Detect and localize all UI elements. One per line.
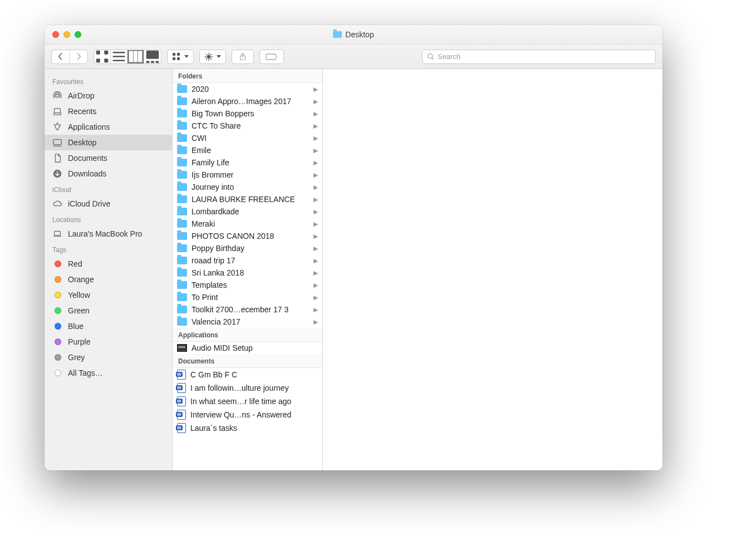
column-view-button[interactable]	[127, 50, 144, 63]
sidebar-item-grey[interactable]: Grey	[45, 350, 172, 365]
minimize-window-button[interactable]	[63, 31, 70, 38]
folder-item[interactable]: LAURA BURKE FREELANCE▶	[173, 193, 322, 205]
sidebar-item-recents[interactable]: Recents	[45, 104, 172, 119]
recents-icon	[52, 106, 62, 116]
doc-item[interactable]: I am followin…ulture journey	[173, 381, 322, 395]
sidebar-item-all-tags-[interactable]: All Tags…	[45, 365, 172, 381]
search-field[interactable]	[422, 50, 656, 64]
share-button[interactable]	[232, 50, 254, 64]
folder-icon	[177, 306, 187, 313]
folder-item[interactable]: Journey into▶	[173, 181, 322, 193]
sidebar-item-applications[interactable]: Applications	[45, 119, 172, 135]
folder-icon	[177, 159, 187, 166]
doc-icon	[177, 396, 186, 406]
column-group-heading: Documents	[173, 354, 322, 368]
folder-icon	[177, 244, 187, 252]
sidebar-item-label: Laura's MacBook Pro	[68, 229, 142, 238]
doc-item[interactable]: Laura´s tasks	[173, 421, 322, 435]
sidebar-item-yellow[interactable]: Yellow	[45, 287, 172, 303]
svg-line-25	[206, 58, 207, 60]
toolbar	[45, 45, 662, 69]
close-window-button[interactable]	[52, 31, 59, 38]
sidebar-item-laura-s-macbook-pro[interactable]: Laura's MacBook Pro	[45, 226, 172, 242]
item-label: Meraki	[192, 219, 309, 228]
sidebar-item-blue[interactable]: Blue	[45, 318, 172, 334]
icloud-icon	[52, 199, 62, 209]
sidebar-item-purple[interactable]: Purple	[45, 334, 172, 350]
doc-item[interactable]: C Gm Bb F C	[173, 368, 322, 381]
item-label: Audio MIDI Setup	[192, 343, 318, 352]
search-input[interactable]	[438, 52, 651, 61]
window-title: Desktop	[333, 30, 374, 39]
forward-button[interactable]	[70, 50, 87, 63]
item-label: In what seem…r life time ago	[190, 397, 318, 406]
sidebar-item-icloud-drive[interactable]: iCloud Drive	[45, 196, 172, 212]
chevron-right-icon: ▶	[313, 257, 318, 264]
fullscreen-window-button[interactable]	[75, 31, 81, 38]
item-label: Family Life	[192, 158, 309, 167]
sidebar-item-green[interactable]: Green	[45, 303, 172, 318]
item-label: I am followin…ulture journey	[190, 384, 318, 392]
folder-item[interactable]: To Print▶	[173, 291, 322, 303]
folder-item[interactable]: 2020▶	[173, 83, 322, 95]
doc-item[interactable]: Interview Qu…ns - Answered	[173, 408, 322, 421]
doc-item[interactable]: In what seem…r life time ago	[173, 395, 322, 408]
traffic-lights	[52, 31, 81, 38]
svg-rect-11	[146, 61, 150, 63]
column-group-heading: Folders	[173, 69, 322, 83]
folder-item[interactable]: roaad trip 17▶	[173, 254, 322, 267]
sidebar: FavouritesAirDropRecentsApplicationsDesk…	[45, 69, 173, 470]
svg-rect-3	[104, 58, 108, 62]
item-label: CTC To Share	[192, 121, 309, 130]
nav-buttons	[51, 50, 88, 64]
chevron-right-icon: ▶	[313, 159, 318, 166]
folder-item[interactable]: Sri Lanka 2018▶	[173, 267, 322, 279]
item-label: PHOTOS CANON 2018	[192, 232, 309, 240]
icon-view-button[interactable]	[94, 50, 111, 63]
gallery-view-button[interactable]	[144, 50, 161, 63]
sidebar-item-red[interactable]: Red	[45, 256, 172, 272]
svg-point-31	[56, 94, 58, 97]
svg-rect-1	[104, 51, 108, 55]
sidebar-item-documents[interactable]: Documents	[45, 150, 172, 166]
sidebar-item-orange[interactable]: Orange	[45, 272, 172, 287]
list-view-button[interactable]	[111, 50, 127, 63]
folder-item[interactable]: PHOTOS CANON 2018▶	[173, 230, 322, 242]
folder-item[interactable]: Valencia 2017▶	[173, 316, 322, 328]
sidebar-heading: Tags	[45, 242, 172, 256]
column-0: Folders2020▶Aileron Appro…Images 2017▶Bi…	[173, 69, 323, 470]
item-label: Toolkit 2700…ecember 17 3	[192, 305, 309, 314]
tags-button[interactable]	[259, 50, 284, 64]
folder-icon	[177, 122, 187, 130]
folder-icon	[333, 31, 342, 38]
view-mode-buttons	[94, 50, 161, 64]
applications-icon	[52, 122, 62, 132]
folder-item[interactable]: CTC To Share▶	[173, 120, 322, 132]
folder-item[interactable]: CWI▶	[173, 132, 322, 144]
sidebar-item-downloads[interactable]: Downloads	[45, 166, 172, 181]
sidebar-item-airdrop[interactable]: AirDrop	[45, 88, 172, 104]
back-button[interactable]	[52, 50, 70, 63]
folder-item[interactable]: Big Town Boppers▶	[173, 107, 322, 120]
folder-item[interactable]: Toolkit 2700…ecember 17 3▶	[173, 303, 322, 316]
folder-item[interactable]: Ijs Brommer▶	[173, 169, 322, 181]
tag-icon	[52, 290, 62, 300]
folder-item[interactable]: Templates▶	[173, 279, 322, 291]
folder-item[interactable]: Lombardkade▶	[173, 205, 322, 218]
folder-item[interactable]: Aileron Appro…Images 2017▶	[173, 95, 322, 107]
folder-item[interactable]: Family Life▶	[173, 156, 322, 169]
svg-line-26	[210, 54, 212, 55]
folder-item[interactable]: Meraki▶	[173, 218, 322, 230]
app-item[interactable]: Audio MIDI Setup	[173, 342, 322, 354]
arrange-dropdown[interactable]	[167, 50, 194, 64]
folder-item[interactable]: Poppy Birthday▶	[173, 242, 322, 254]
desktop-icon	[52, 137, 62, 148]
sidebar-item-desktop[interactable]: Desktop	[45, 135, 172, 150]
item-label: Emile	[192, 146, 309, 155]
action-dropdown[interactable]	[199, 50, 226, 64]
svg-rect-0	[96, 51, 100, 55]
chevron-right-icon: ▶	[313, 122, 318, 130]
chevron-right-icon: ▶	[313, 318, 318, 326]
column-group-heading: Applications	[173, 328, 322, 342]
folder-item[interactable]: Emile▶	[173, 144, 322, 156]
